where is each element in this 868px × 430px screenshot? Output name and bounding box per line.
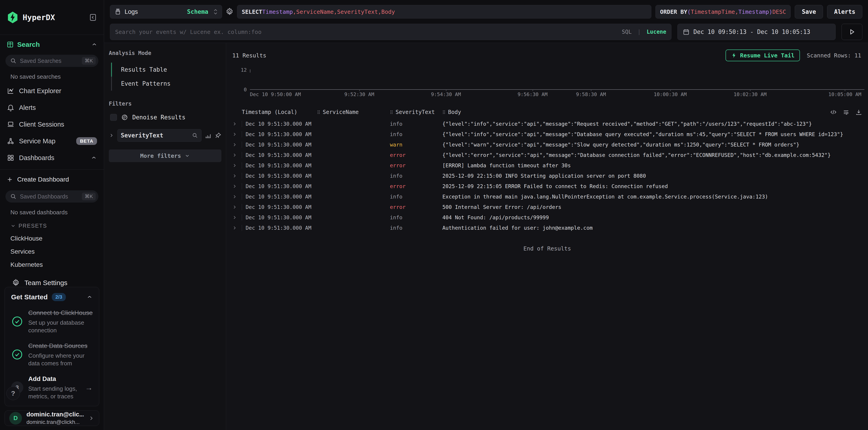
saved-dashboards-input[interactable]: Saved Dashboards ⌘K — [5, 190, 98, 203]
resume-live-tail-button[interactable]: Resume Live Tail — [725, 49, 800, 61]
table-row[interactable]: Dec 10 9:51:30.000 AM info Exception in … — [226, 192, 868, 202]
get-started-step-sources[interactable]: Create Data Sources Configure where your… — [11, 342, 93, 367]
drag-handle-icon[interactable] — [317, 109, 320, 115]
search-icon — [10, 193, 17, 200]
denoise-checkbox[interactable] — [110, 114, 117, 121]
cell-severitytext: info — [390, 173, 442, 179]
source-selector[interactable]: Logs Schema — [110, 5, 222, 19]
bar-chart-icon[interactable] — [205, 132, 212, 139]
table-row[interactable]: Dec 10 9:51:30.000 AM error {"level":"er… — [226, 150, 868, 160]
select-chevrons-icon — [213, 9, 218, 15]
table-row[interactable]: Dec 10 9:51:30.000 AM info {"level":"inf… — [226, 119, 868, 129]
select-query-input[interactable]: SELECT Timestamp ,ServiceName,SeverityTe… — [237, 5, 651, 19]
expand-row-chevron-icon[interactable] — [232, 153, 237, 157]
sidebar-item-alerts[interactable]: Alerts — [5, 99, 98, 116]
table-header: Timestamp (Local) ServiceName SeverityTe… — [226, 109, 868, 119]
alerts-button[interactable]: Alerts — [827, 5, 862, 19]
expand-row-chevron-icon[interactable] — [232, 142, 237, 147]
table-row[interactable]: Dec 10 9:51:30.000 AM info {"level":"inf… — [226, 129, 868, 139]
expand-row-chevron-icon[interactable] — [232, 194, 237, 199]
help-button[interactable]: ? — [6, 387, 20, 400]
sql-toggle[interactable]: SQL — [622, 29, 631, 35]
brand-row: HyperDX — [0, 0, 104, 35]
facet-expand-chevron-icon[interactable] — [109, 133, 114, 138]
results-table: Timestamp (Local) ServiceName SeverityTe… — [226, 109, 868, 252]
cell-body: {"level":"info","service":"api","message… — [442, 131, 862, 137]
table-row[interactable]: Dec 10 9:51:30.000 AM error 500 Internal… — [226, 202, 868, 212]
table-row[interactable]: Dec 10 9:51:30.000 AM info Authenticatio… — [226, 223, 868, 233]
table-row[interactable]: Dec 10 9:51:30.000 AM warn {"level":"war… — [226, 139, 868, 150]
histogram-plot[interactable]: Dec 10 9:50:00 AM9:52:30 AM9:54:30 AM9:5… — [250, 69, 864, 90]
order-field-1: TimestampTime, — [691, 9, 738, 15]
facet-severitytext[interactable]: SeverityText — [117, 129, 202, 142]
text-wrap-icon[interactable] — [843, 109, 849, 115]
chevron-up-icon[interactable] — [91, 41, 97, 48]
sidebar-item-client-sessions[interactable]: Client Sessions — [5, 116, 98, 133]
brand-name: HyperDX — [23, 13, 55, 22]
tab-results-table[interactable]: Results Table — [112, 63, 221, 77]
drag-handle-icon[interactable] — [442, 109, 446, 115]
create-dashboard-button[interactable]: Create Dashboard — [5, 174, 98, 184]
column-header-body[interactable]: Body — [442, 109, 826, 115]
preset-clickhouse[interactable]: ClickHouse — [10, 235, 98, 242]
cell-body: 500 Internal Server Error: /api/orders — [442, 204, 862, 210]
tab-event-patterns[interactable]: Event Patterns — [112, 77, 221, 91]
collapse-sidebar-icon[interactable] — [88, 13, 97, 22]
events-histogram[interactable]: 12 0 Dec 10 9:50:00 AM9:52:30 AM9:54:30 … — [232, 67, 866, 101]
cell-severitytext: info — [390, 214, 442, 221]
gear-icon[interactable] — [225, 7, 234, 16]
cell-timestamp: Dec 10 9:51:30.000 AM — [246, 204, 317, 210]
presets-toggle[interactable]: PRESETS — [10, 223, 98, 229]
lucene-toggle[interactable]: Lucene — [647, 29, 666, 35]
sidebar-item-search[interactable]: Search — [5, 41, 98, 48]
cell-timestamp: Dec 10 9:51:30.000 AM — [246, 184, 317, 189]
drag-handle-icon[interactable] — [390, 109, 393, 115]
get-started-step-connect[interactable]: Connect to ClickHouse Set up your databa… — [11, 309, 93, 334]
saved-searches-input[interactable]: Saved Searches ⌘K — [5, 55, 98, 67]
sidebar-item-dashboards[interactable]: Dashboards — [5, 150, 98, 166]
pin-icon[interactable] — [215, 132, 221, 139]
sidebar-item-chart-explorer[interactable]: Chart Explorer — [5, 82, 98, 99]
expand-row-chevron-icon[interactable] — [232, 132, 237, 137]
table-row[interactable]: Dec 10 9:51:30.000 AM info 404 Not Found… — [226, 212, 868, 223]
date-range-picker[interactable]: Dec 10 09:50:13 - Dec 10 10:05:13 — [677, 24, 836, 40]
chevron-up-icon[interactable] — [91, 155, 97, 161]
chart-explorer-icon — [7, 87, 14, 95]
get-started-step-add-data[interactable]: 3 Add Data Start sending logs, metrics, … — [11, 375, 93, 400]
expand-row-chevron-icon[interactable] — [232, 122, 237, 126]
preset-kubernetes[interactable]: Kubernetes — [10, 261, 98, 268]
expand-row-chevron-icon[interactable] — [232, 163, 237, 168]
table-row[interactable]: Dec 10 9:51:30.000 AM info 2025-12-09 22… — [226, 171, 868, 181]
table-row[interactable]: Dec 10 9:51:30.000 AM error [ERROR] Lamb… — [226, 160, 868, 171]
cell-body: 2025-12-09 22:15:00 INFO Starting applic… — [442, 173, 862, 179]
expand-row-chevron-icon[interactable] — [232, 174, 237, 178]
run-query-button[interactable] — [841, 24, 862, 40]
column-header-timestamp[interactable]: Timestamp (Local) — [242, 109, 317, 115]
preset-services[interactable]: Services — [10, 248, 98, 255]
chevron-down-icon — [10, 223, 16, 229]
team-settings-label: Team Settings — [24, 279, 67, 287]
sidebar-item-team-settings[interactable]: Team Settings — [12, 279, 98, 287]
code-view-icon[interactable] — [830, 109, 837, 115]
cell-severitytext: warn — [390, 142, 442, 147]
order-by-input[interactable]: ORDER BY ( TimestampTime, Timestamp) DES… — [655, 5, 791, 19]
table-row[interactable]: Dec 10 9:51:30.000 AM error 2025-12-09 2… — [226, 181, 868, 192]
saved-dashboards-placeholder: Saved Dashboards — [20, 193, 79, 200]
chevron-up-icon[interactable] — [86, 294, 93, 300]
expand-row-chevron-icon[interactable] — [232, 184, 237, 189]
column-header-servicename[interactable]: ServiceName — [317, 109, 390, 115]
sidebar-item-service-map[interactable]: Service Map BETA — [5, 133, 98, 150]
expand-row-chevron-icon[interactable] — [232, 226, 237, 230]
get-started-progress-badge: 2/3 — [52, 293, 66, 301]
expand-row-chevron-icon[interactable] — [232, 205, 237, 209]
user-email: dominic.tran@clickh... — [27, 419, 84, 425]
column-header-severitytext[interactable]: SeverityText — [390, 109, 442, 115]
save-button[interactable]: Save — [795, 5, 823, 19]
user-menu[interactable]: D dominic.tran@clic... dominic.tran@clic… — [4, 410, 99, 426]
denoise-label[interactable]: Denoise Results — [132, 114, 185, 121]
download-icon[interactable] — [855, 109, 862, 115]
event-search-input[interactable]: Search your events w/ Lucene ex. column:… — [110, 24, 672, 40]
search-icon[interactable] — [192, 132, 198, 139]
more-filters-button[interactable]: More filters — [109, 150, 221, 162]
expand-row-chevron-icon[interactable] — [232, 215, 237, 220]
